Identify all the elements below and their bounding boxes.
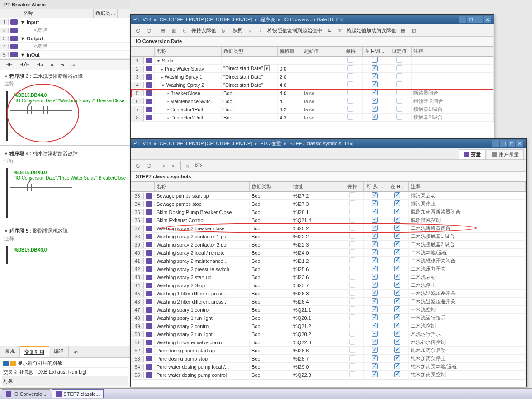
export-icon[interactable]: ⇤ bbox=[170, 162, 178, 170]
checkbox[interactable] bbox=[349, 298, 355, 304]
tag-row[interactable]: 49Washing spary 2 controlBool%Q21.2二水洗控制 bbox=[131, 322, 526, 330]
tag-row[interactable]: 42Washing spray 2 pressure switchBool%I2… bbox=[131, 265, 526, 273]
checkbox[interactable] bbox=[372, 274, 378, 280]
info-tab[interactable]: 常规 bbox=[0, 346, 20, 357]
checkbox[interactable] bbox=[394, 347, 400, 353]
db-row[interactable]: 5• BreakerCloseBool4.0false断路器闭合 bbox=[131, 89, 493, 97]
checkbox[interactable] bbox=[394, 209, 400, 214]
taskbar-item[interactable]: STEP7 classic... bbox=[52, 390, 104, 398]
checkbox[interactable] bbox=[349, 200, 355, 206]
checkbox[interactable] bbox=[372, 200, 378, 206]
column-header[interactable]: 在 H... bbox=[386, 182, 409, 191]
checkbox[interactable] bbox=[372, 363, 378, 369]
checkbox[interactable] bbox=[394, 257, 400, 263]
snapshot-button[interactable]: 快照 bbox=[233, 27, 243, 34]
checkbox[interactable] bbox=[372, 266, 378, 271]
checkbox[interactable] bbox=[372, 57, 378, 63]
checkbox[interactable] bbox=[394, 331, 400, 337]
tag-row[interactable]: 40Washing spray 2 local / remoteBool%I24… bbox=[131, 249, 526, 257]
checkbox[interactable] bbox=[372, 65, 378, 71]
close-button[interactable]: ✕ bbox=[484, 16, 491, 23]
checkbox[interactable] bbox=[349, 209, 355, 214]
column-header[interactable]: 名称 bbox=[155, 47, 222, 56]
tag-row[interactable]: 44Washing spray 2 StopBool%I23.7二水洗停止 bbox=[131, 281, 526, 290]
column-header[interactable]: 数据类型 bbox=[222, 47, 278, 56]
checkbox[interactable] bbox=[372, 73, 378, 79]
checkbox[interactable] bbox=[396, 106, 402, 112]
checkbox[interactable] bbox=[396, 73, 402, 79]
tool-icon[interactable]: ▥ bbox=[170, 26, 178, 34]
db-row[interactable]: 3▸ Washing Spray 1"Direct start Date"2.0 bbox=[131, 73, 493, 81]
checkbox[interactable] bbox=[394, 306, 400, 312]
checkbox[interactable] bbox=[372, 298, 378, 304]
tag-row[interactable]: 33Sewage pumps start upBool%I27.2排污泵启动 bbox=[131, 192, 526, 200]
checkbox[interactable] bbox=[394, 371, 400, 377]
snapshot-icon[interactable]: ⎙ bbox=[219, 26, 227, 34]
checkbox[interactable] bbox=[372, 282, 378, 288]
checkbox[interactable] bbox=[394, 298, 400, 304]
tool-icon[interactable]: ⤵ bbox=[246, 26, 254, 34]
interface-row[interactable]: 2<新增 bbox=[0, 26, 130, 34]
ladder-tool-button[interactable]: ⊣⊢ bbox=[4, 62, 14, 68]
checkbox[interactable] bbox=[347, 81, 353, 87]
tag-row[interactable]: 37Washing spray 2 breaker closeBool%I20.… bbox=[131, 224, 526, 233]
checkbox[interactable] bbox=[372, 331, 378, 337]
tool-icon[interactable]: ▦ bbox=[399, 26, 407, 34]
checkbox[interactable] bbox=[347, 114, 353, 120]
nc-contact-icon[interactable] bbox=[27, 184, 32, 191]
checkbox[interactable] bbox=[372, 233, 378, 239]
checkbox[interactable] bbox=[394, 233, 400, 239]
window-titlebar[interactable]: PT_V14▸CPU 319F-3 PN/DP [CPU 319F-3 PN/D… bbox=[131, 15, 494, 24]
checkbox[interactable] bbox=[349, 282, 355, 288]
ladder-tool-button[interactable]: → bbox=[70, 62, 76, 68]
checkbox[interactable] bbox=[347, 65, 353, 71]
tag-row[interactable]: 52Pure dosing pump start upBool%I28.6纯水加… bbox=[131, 347, 526, 355]
col-datatype[interactable]: 数据类… bbox=[94, 9, 118, 18]
checkbox[interactable] bbox=[394, 355, 400, 361]
info-tab[interactable]: 编译 bbox=[49, 346, 69, 357]
db-row[interactable]: 7• Contactor1PullBool4.2false接触器1 吸合 bbox=[131, 105, 493, 114]
tool-icon[interactable]: ⇈ bbox=[336, 26, 344, 34]
tool-icon[interactable]: ⤴ bbox=[256, 26, 265, 34]
checkbox[interactable] bbox=[394, 217, 400, 223]
checkbox[interactable] bbox=[396, 65, 402, 71]
checkbox[interactable] bbox=[394, 266, 400, 271]
tool-icon[interactable]: ⭯ bbox=[145, 162, 153, 170]
checkbox[interactable] bbox=[349, 274, 355, 280]
checkbox[interactable] bbox=[347, 106, 353, 112]
checkbox[interactable] bbox=[394, 274, 400, 280]
checkbox[interactable] bbox=[349, 355, 355, 361]
interface-row[interactable]: 4<新增 bbox=[0, 43, 130, 51]
ladder-tool-button[interactable]: ⊸ bbox=[59, 62, 66, 68]
tag-row[interactable]: 50Washing spary 2 run lightBool%Q20.2水洗运… bbox=[131, 330, 526, 338]
checkbox[interactable] bbox=[372, 339, 378, 345]
xref-header[interactable]: 对象 bbox=[2, 377, 128, 386]
checkbox[interactable] bbox=[349, 371, 355, 377]
window-titlebar[interactable]: PT_V14▸CPU 319F-3 PN/DP [CPU 319F-3 PN/D… bbox=[131, 139, 526, 148]
checkbox[interactable] bbox=[394, 339, 400, 345]
checkbox[interactable] bbox=[349, 225, 355, 231]
tool-icon[interactable]: ⌦ bbox=[195, 162, 203, 170]
checkbox[interactable] bbox=[349, 192, 355, 198]
checkbox[interactable] bbox=[372, 249, 378, 255]
col-name[interactable]: 名称 bbox=[21, 9, 94, 18]
tag-row[interactable]: 36Skim Exhaust ControlBool%Q21.4脱脂排风控制 bbox=[131, 216, 526, 224]
checkbox[interactable] bbox=[349, 363, 355, 369]
close-button[interactable]: ✕ bbox=[516, 140, 523, 147]
checkbox[interactable] bbox=[349, 249, 355, 255]
checkbox[interactable] bbox=[349, 266, 355, 271]
tag-row[interactable]: 47Washing spary 1 controlBool%Q21.1一水洗控制 bbox=[131, 306, 526, 314]
minimize-button[interactable]: _ bbox=[492, 140, 499, 147]
ladder-rung[interactable] bbox=[10, 183, 126, 192]
checkbox[interactable] bbox=[396, 114, 402, 120]
db-row[interactable]: 8• Contactor2PullBool4.3false接触器2 吸合 bbox=[131, 114, 493, 122]
tag-row[interactable]: 34Sewage pumps stopBool%I27.3排污泵停止 bbox=[131, 200, 526, 208]
tool-icon[interactable]: ⭮ bbox=[134, 162, 142, 170]
checkbox[interactable] bbox=[372, 81, 378, 87]
checkbox[interactable] bbox=[349, 339, 355, 345]
checkbox[interactable] bbox=[349, 314, 355, 320]
column-header[interactable]: 保持 bbox=[338, 47, 363, 56]
checkbox[interactable] bbox=[394, 282, 400, 288]
column-header[interactable]: 起始值 bbox=[302, 47, 338, 56]
tag-row[interactable]: 54Pure water dosing pump local /...Bool%… bbox=[131, 363, 526, 371]
